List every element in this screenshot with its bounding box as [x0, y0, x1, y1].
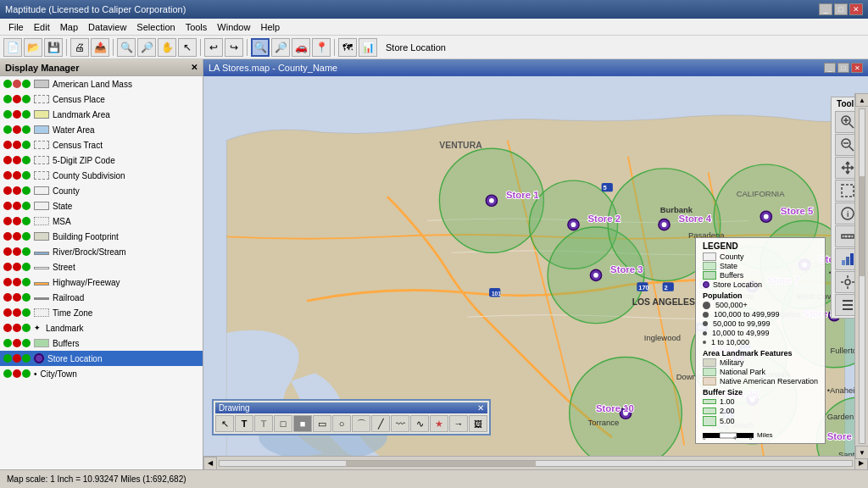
layer-river[interactable]: River/Brock/Stream: [0, 244, 203, 259]
draw-select-tool[interactable]: ↖: [215, 415, 234, 432]
layer-city-town[interactable]: • City/Town: [0, 366, 203, 381]
export-button[interactable]: 📤: [91, 38, 109, 57]
layer-census-place[interactable]: Census Place: [0, 92, 203, 107]
layer-msa[interactable]: MSA: [0, 214, 203, 229]
menu-file[interactable]: File: [3, 21, 29, 33]
new-button[interactable]: 📄: [3, 38, 22, 57]
layer-highway[interactable]: Highway/Freeway: [0, 274, 203, 290]
layer-street[interactable]: Street: [0, 259, 203, 274]
svg-text:LOS ANGELES: LOS ANGELES: [632, 297, 695, 307]
window-controls[interactable]: _ □ ✕: [819, 3, 863, 15]
layer-swatch: [34, 297, 49, 300]
menu-tools[interactable]: Tools: [181, 21, 213, 33]
map-tools-button[interactable]: 🗺: [338, 38, 357, 57]
layer-zip-code[interactable]: 5-Digit ZIP Code: [0, 152, 203, 168]
layer-american-land-mass[interactable]: American Land Mass: [0, 76, 203, 92]
map-window-controls[interactable]: _ □ ✕: [824, 63, 863, 73]
close-button[interactable]: ✕: [849, 3, 863, 15]
menu-help[interactable]: Help: [255, 21, 285, 33]
draw-text-tool[interactable]: T: [235, 415, 253, 432]
draw-filled-rect-tool[interactable]: ■: [293, 415, 312, 432]
layer-county[interactable]: County: [0, 183, 203, 198]
layer-water-area[interactable]: Water Area: [0, 122, 203, 137]
layer-census-tract[interactable]: Census Tract: [0, 137, 203, 152]
menu-selection[interactable]: Selection: [131, 21, 180, 33]
area-national-park-label: National Park: [720, 368, 765, 376]
svg-point-15: [489, 198, 494, 203]
draw-line-tool[interactable]: ╱: [371, 415, 390, 432]
legend-buffers-swatch: [703, 271, 716, 280]
svg-rect-104: [843, 304, 853, 306]
search-active-button[interactable]: 🔍: [251, 38, 270, 57]
population-title: Population: [703, 291, 818, 300]
svg-text:Store 1: Store 1: [506, 190, 539, 200]
undo-button[interactable]: ↩: [204, 38, 223, 57]
layer-county-subdivision[interactable]: County Subdivision: [0, 168, 203, 183]
draw-rect-tool[interactable]: □: [274, 415, 292, 432]
minimize-button[interactable]: _: [819, 3, 832, 15]
layer-landmark[interactable]: ✦ Landmark: [0, 320, 203, 336]
map-maximize-button[interactable]: □: [837, 63, 849, 73]
map-area: LA Stores.map - County_Name _ □ ✕: [203, 59, 868, 469]
layer-name: County Subdivision: [53, 171, 125, 180]
scroll-thumb-v[interactable]: [860, 176, 865, 276]
drawing-close-button[interactable]: ✕: [477, 403, 484, 413]
layer-buffers[interactable]: Buffers: [0, 336, 203, 351]
save-button[interactable]: 💾: [44, 38, 63, 57]
draw-rounded-rect-tool[interactable]: ▭: [313, 415, 331, 432]
buffer-2-label: 2.00: [720, 407, 735, 415]
redo-button[interactable]: ↪: [225, 38, 243, 57]
layer-error-icon2: [13, 247, 21, 256]
draw-image-tool[interactable]: 🖼: [469, 415, 487, 432]
draw-arc-tool[interactable]: ⌒: [352, 415, 370, 432]
maximize-button[interactable]: □: [834, 3, 848, 15]
map-minimize-button[interactable]: _: [824, 63, 836, 73]
draw-curve-tool[interactable]: ∿: [410, 415, 429, 432]
draw-polyline-tool[interactable]: 〰: [391, 415, 409, 432]
layer-state[interactable]: State: [0, 198, 203, 214]
layer-name: Highway/Freeway: [53, 278, 120, 287]
scroll-down-button[interactable]: ▼: [855, 446, 868, 459]
panel-close-button[interactable]: ✕: [191, 63, 198, 72]
scroll-up-button[interactable]: ▲: [855, 93, 868, 107]
area-reservation-swatch: [703, 377, 716, 385]
find-button[interactable]: 🔎: [271, 38, 290, 57]
chart-button[interactable]: 📊: [359, 38, 377, 57]
draw-arrow-tool[interactable]: →: [449, 415, 468, 432]
map-scrollbar-horizontal[interactable]: ◀ ▶: [203, 456, 868, 469]
open-button[interactable]: 📂: [24, 38, 42, 57]
zoom-in-button[interactable]: 🔍: [117, 38, 136, 57]
menu-map[interactable]: Map: [55, 21, 83, 33]
menu-edit[interactable]: Edit: [29, 21, 55, 33]
layer-swatch: [34, 156, 49, 164]
scroll-left-button[interactable]: ◀: [203, 457, 217, 470]
map-scrollbar-vertical[interactable]: ▲ ▼: [854, 93, 868, 456]
scale-unit-label: Miles: [757, 431, 773, 439]
drive-button[interactable]: 🚗: [292, 38, 310, 57]
map-close-button[interactable]: ✕: [851, 63, 863, 73]
zoom-out-button[interactable]: 🔎: [137, 38, 156, 57]
layer-icons: [3, 263, 31, 271]
layer-error-icon2: [13, 141, 21, 149]
scroll-track-h[interactable]: [219, 460, 853, 467]
draw-ellipse-tool[interactable]: ○: [332, 415, 351, 432]
layer-building-footprint[interactable]: Building Footprint: [0, 229, 203, 244]
print-button[interactable]: 🖨: [70, 38, 89, 57]
layer-store-location[interactable]: Store Location: [0, 351, 203, 366]
layer-railroad[interactable]: Railroad: [0, 290, 203, 305]
layer-time-zone[interactable]: Time Zone: [0, 305, 203, 320]
scroll-thumb-h[interactable]: [346, 461, 536, 466]
map-svg-container[interactable]: Store 1 Store 2 Store 3 Store 4 Store 5: [203, 76, 868, 469]
layer-landmark-area[interactable]: Landmark Area: [0, 107, 203, 122]
draw-text-outline-tool[interactable]: T: [254, 415, 273, 432]
svg-point-18: [571, 222, 576, 227]
legend-buffers-label: Buffers: [720, 271, 743, 280]
draw-star-tool[interactable]: ★: [430, 415, 448, 432]
scroll-track-v[interactable]: [859, 108, 865, 444]
pan-button[interactable]: ✋: [158, 38, 176, 57]
menu-dataview[interactable]: Dataview: [83, 21, 131, 33]
pin-button[interactable]: 📍: [312, 38, 331, 57]
layer-name: Census Place: [53, 95, 105, 104]
select-button[interactable]: ↖: [178, 38, 197, 57]
menu-window[interactable]: Window: [212, 21, 255, 33]
